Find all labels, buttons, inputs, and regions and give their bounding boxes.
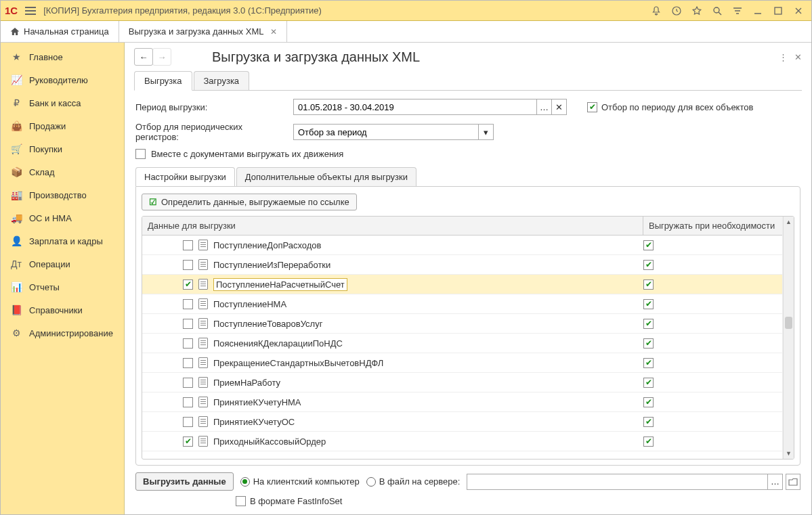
- row-checkbox[interactable]: [183, 319, 193, 329]
- document-icon: [198, 357, 208, 368]
- period-picker-button[interactable]: …: [537, 99, 552, 115]
- server-path-open[interactable]: [786, 474, 800, 490]
- table-row[interactable]: ПоступлениеИзПереработки: [142, 255, 782, 275]
- scroll-down-icon[interactable]: ▼: [784, 448, 794, 459]
- row-name: ПоступлениеТоваровУслуг: [213, 319, 322, 329]
- sidebar-item-1[interactable]: 📈Руководителю: [1, 68, 124, 91]
- history-icon[interactable]: [668, 3, 685, 18]
- row-checkbox[interactable]: [183, 299, 193, 309]
- row-req-checkbox[interactable]: [643, 299, 654, 309]
- row-req-checkbox[interactable]: [643, 319, 654, 329]
- sidebar-item-7[interactable]: 🚚ОС и НМА: [1, 206, 124, 229]
- scroll-thumb[interactable]: [785, 317, 792, 329]
- row-req-checkbox[interactable]: [643, 338, 654, 349]
- sidebar-item-12[interactable]: ⚙Администрирование: [1, 321, 124, 344]
- table-row[interactable]: ПоступлениеДопРасходов: [142, 236, 782, 255]
- sidebar-item-4[interactable]: 🛒Покупки: [1, 137, 124, 160]
- table-row[interactable]: ПоясненияКДекларацииПоНДС: [142, 334, 782, 353]
- menu-icon[interactable]: [23, 3, 38, 18]
- maximize-button[interactable]: [769, 3, 787, 18]
- sidebar-item-10[interactable]: 📊Отчеты: [1, 275, 124, 298]
- period-clear-button[interactable]: ✕: [552, 99, 567, 115]
- close-button[interactable]: [790, 3, 807, 18]
- row-checkbox[interactable]: [183, 240, 193, 250]
- col-required[interactable]: Выгружать при необходимости: [643, 217, 782, 235]
- table-row[interactable]: ПринятиеКУчетуНМА: [142, 393, 782, 412]
- more-icon[interactable]: ⋮: [779, 52, 789, 62]
- row-req-checkbox[interactable]: [643, 358, 654, 368]
- nav-tab-xml[interactable]: Выгрузка и загрузка данных XML ✕: [119, 21, 288, 42]
- row-checkbox[interactable]: [183, 338, 193, 349]
- row-req-checkbox[interactable]: [643, 397, 654, 407]
- nav-tabs: Начальная страница Выгрузка и загрузка д…: [1, 21, 811, 43]
- row-req-checkbox[interactable]: [643, 436, 654, 447]
- export-button[interactable]: Выгрузить данные: [135, 472, 234, 491]
- sidebar-item-0[interactable]: ★Главное: [1, 45, 124, 68]
- fastinfoset-checkbox[interactable]: [236, 496, 246, 506]
- detect-refs-button[interactable]: ☑ Определить данные, выгружаемые по ссыл…: [142, 194, 357, 210]
- sidebar-item-9[interactable]: ДтОперации: [1, 252, 124, 275]
- nav-tab-home-label: Начальная страница: [24, 26, 109, 37]
- sidebar-item-3[interactable]: 👜Продажи: [1, 114, 124, 137]
- tab-export[interactable]: Выгрузка: [134, 71, 192, 91]
- row-checkbox[interactable]: [183, 397, 193, 407]
- table-row[interactable]: ПоступлениеНаРасчетныйСчет: [142, 275, 782, 294]
- document-icon: [198, 240, 208, 250]
- table-row[interactable]: ПрекращениеСтандартныхВычетовНДФЛ: [142, 353, 782, 373]
- server-path-browse[interactable]: …: [768, 474, 783, 490]
- sidebar-item-8[interactable]: 👤Зарплата и кадры: [1, 229, 124, 252]
- tab-import[interactable]: Загрузка: [194, 71, 250, 90]
- sidebar-item-label: Главное: [29, 52, 63, 62]
- col-data[interactable]: Данные для выгрузки: [142, 217, 643, 235]
- tab-close-icon[interactable]: ✕: [270, 27, 277, 37]
- row-req-checkbox[interactable]: [643, 240, 654, 250]
- table-row[interactable]: ПоступлениеНМА: [142, 294, 782, 314]
- row-req-checkbox[interactable]: [643, 417, 654, 427]
- server-path-input[interactable]: [467, 474, 768, 490]
- row-checkbox[interactable]: [183, 436, 193, 447]
- filter-icon[interactable]: [729, 3, 746, 18]
- period-all-checkbox[interactable]: [587, 102, 597, 112]
- table-row[interactable]: ПриходныйКассовыйОрдер: [142, 432, 782, 451]
- minimize-button[interactable]: [749, 3, 767, 18]
- reg-filter-select[interactable]: [293, 124, 479, 140]
- row-checkbox[interactable]: [183, 279, 193, 290]
- ops-icon: Дт: [10, 258, 22, 270]
- tab-extra[interactable]: Дополнительные объекты для выгрузки: [236, 167, 416, 186]
- table-row[interactable]: ПоступлениеТоваровУслуг: [142, 314, 782, 334]
- export-grid: Данные для выгрузки Выгружать при необхо…: [142, 217, 783, 459]
- panel-close-icon[interactable]: ✕: [794, 52, 802, 62]
- sidebar-item-2[interactable]: ₽Банк и касса: [1, 91, 124, 114]
- period-input[interactable]: [293, 99, 537, 115]
- person-icon: 👤: [10, 235, 22, 247]
- document-icon: [198, 436, 208, 447]
- reg-filter-dropdown-icon[interactable]: ▾: [479, 124, 494, 140]
- with-movements-checkbox[interactable]: [135, 149, 146, 159]
- tab-settings[interactable]: Настройки выгрузки: [135, 167, 235, 186]
- radio-client[interactable]: [240, 477, 250, 487]
- page-title: Выгрузка и загрузка данных XML: [212, 49, 420, 65]
- row-checkbox[interactable]: [183, 417, 193, 427]
- table-row[interactable]: ПринятиеКУчетуОС: [142, 412, 782, 432]
- row-req-checkbox[interactable]: [643, 378, 654, 388]
- grid-scrollbar[interactable]: ▲ ▼: [783, 217, 794, 459]
- row-checkbox[interactable]: [183, 358, 193, 368]
- row-req-checkbox[interactable]: [643, 279, 654, 290]
- nav-forward-button[interactable]: →: [152, 48, 171, 66]
- table-row[interactable]: ПриемНаРаботу: [142, 373, 782, 393]
- sidebar-item-11[interactable]: 📕Справочники: [1, 298, 124, 321]
- period-label: Период выгрузки:: [135, 102, 288, 112]
- radio-server[interactable]: [366, 477, 376, 487]
- sidebar-item-6[interactable]: 🏭Производство: [1, 183, 124, 206]
- row-checkbox[interactable]: [183, 378, 193, 388]
- scroll-up-icon[interactable]: ▲: [784, 217, 794, 227]
- bell-icon[interactable]: [647, 3, 665, 18]
- star-icon[interactable]: [688, 3, 706, 18]
- nav-tab-home[interactable]: Начальная страница: [1, 21, 119, 42]
- sidebar-item-5[interactable]: 📦Склад: [1, 160, 124, 183]
- nav-back-button[interactable]: ←: [134, 48, 153, 66]
- star-icon: ★: [10, 51, 22, 63]
- row-req-checkbox[interactable]: [643, 260, 654, 270]
- row-checkbox[interactable]: [183, 260, 193, 270]
- search-icon[interactable]: [708, 3, 726, 18]
